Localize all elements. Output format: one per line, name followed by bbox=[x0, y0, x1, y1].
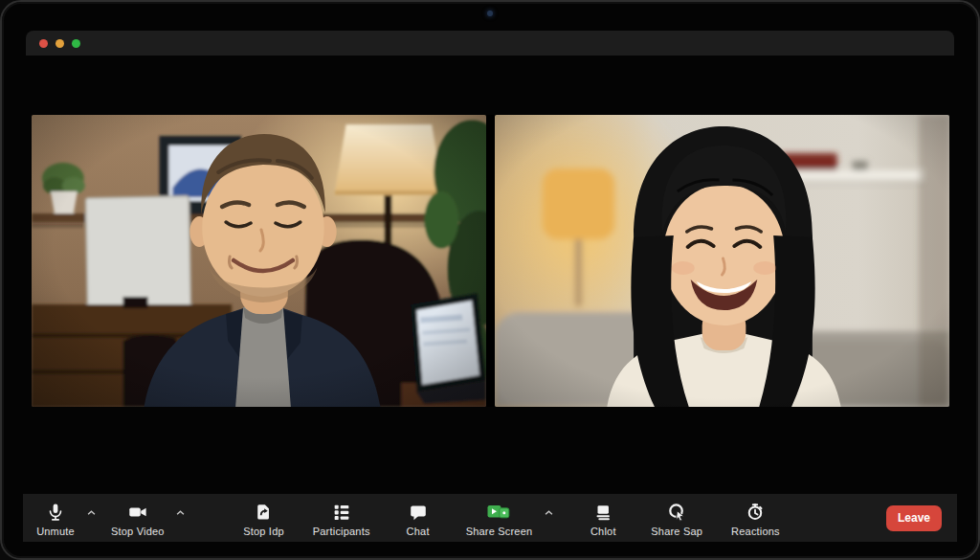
share-screen-options-chevron[interactable] bbox=[542, 506, 555, 520]
stop-video-button[interactable]: Stop Video bbox=[109, 498, 167, 539]
chat-bubble-icon bbox=[408, 502, 429, 523]
pointer-circle-icon bbox=[666, 502, 687, 523]
chat-button[interactable]: Chat bbox=[397, 498, 439, 539]
participants-list-icon bbox=[331, 502, 352, 523]
meeting-tools: Stop Idp Participants bbox=[241, 498, 782, 539]
stacked-sheets-icon bbox=[592, 502, 613, 523]
webcam-dot bbox=[487, 11, 493, 16]
video-grid bbox=[32, 115, 949, 407]
unmute-label: Unmute bbox=[36, 526, 75, 537]
traffic-light-maximize[interactable] bbox=[72, 39, 80, 48]
traffic-light-close[interactable] bbox=[39, 39, 48, 48]
chat-label: Chat bbox=[407, 526, 430, 537]
meeting-control-bar: Unmute Stop Video bbox=[23, 493, 957, 542]
participants-button[interactable]: Participants bbox=[311, 498, 372, 539]
video-tile-participant-1[interactable] bbox=[32, 115, 486, 407]
laptop-screen-frame: Unmute Stop Video bbox=[0, 0, 980, 560]
window-titlebar bbox=[26, 31, 954, 56]
traffic-light-minimize[interactable] bbox=[56, 39, 64, 48]
share-screen-icon bbox=[486, 502, 511, 523]
participant-1-video bbox=[32, 115, 486, 407]
participants-label: Participants bbox=[313, 526, 370, 537]
stop-video-label: Stop Video bbox=[111, 526, 165, 537]
video-camera-icon bbox=[126, 502, 149, 523]
share-screen-label: Share Screen bbox=[466, 526, 533, 537]
stop-idp-label: Stop Idp bbox=[243, 526, 284, 537]
audio-video-controls: Unmute Stop Video bbox=[34, 498, 189, 539]
participant-2-video bbox=[495, 115, 949, 407]
share-arrow-icon bbox=[253, 502, 274, 523]
video-tile-participant-2[interactable] bbox=[495, 115, 949, 407]
leave-button[interactable]: Leave bbox=[886, 505, 942, 531]
share-sap-label: Share Sap bbox=[651, 526, 702, 537]
reactions-label: Reactions bbox=[731, 526, 780, 537]
reactions-clock-icon bbox=[745, 502, 766, 523]
unmute-button[interactable]: Unmute bbox=[34, 498, 77, 539]
share-sap-button[interactable]: Share Sap bbox=[649, 498, 704, 539]
share-screen-button[interactable]: Share Screen bbox=[464, 498, 535, 539]
chlot-button[interactable]: Chlot bbox=[582, 498, 624, 539]
reactions-button[interactable]: Reactions bbox=[729, 498, 782, 539]
unmute-options-chevron[interactable] bbox=[84, 506, 98, 520]
stop-video-options-chevron[interactable] bbox=[174, 506, 188, 520]
chlot-label: Chlot bbox=[590, 526, 616, 537]
microphone-icon bbox=[45, 502, 66, 523]
stop-idp-button[interactable]: Stop Idp bbox=[241, 498, 286, 539]
